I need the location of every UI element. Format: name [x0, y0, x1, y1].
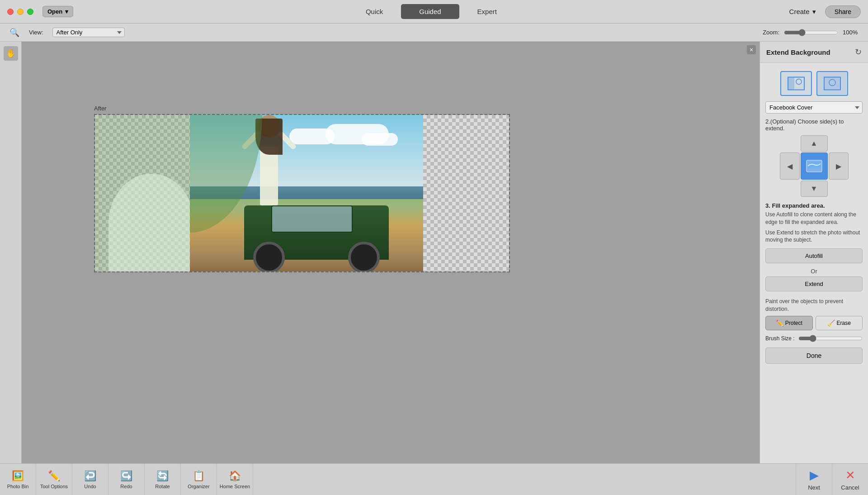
tab-quick[interactable]: Quick — [348, 4, 401, 19]
next-button[interactable]: ▶ Next — [796, 464, 832, 495]
redo-label: Redo — [120, 484, 132, 489]
right-transparent-region — [423, 115, 509, 272]
traffic-lights — [7, 9, 33, 15]
zoom-slider[interactable] — [784, 29, 838, 36]
minimize-traffic-light[interactable] — [17, 9, 24, 15]
close-icon: × — [750, 46, 753, 53]
title-bar: Open ▾ Quick Guided Expert Create ▾ Shar… — [0, 0, 868, 24]
protect-label: Protect — [785, 320, 802, 326]
done-button[interactable]: Done — [765, 347, 863, 364]
after-label: After — [94, 105, 106, 112]
preview-icons — [765, 71, 863, 96]
cancel-button[interactable]: ✕ Cancel — [832, 464, 868, 495]
tab-expert[interactable]: Expert — [459, 4, 515, 19]
cloud-3 — [362, 133, 398, 146]
open-label: Open — [47, 8, 62, 15]
rotate-icon: 🔄 — [156, 470, 169, 482]
extend-right-button[interactable]: ▶ — [829, 152, 849, 180]
zoom-label: Zoom: — [763, 29, 779, 36]
panel-content: Facebook Cover 2.(Optional) Choose side(… — [760, 63, 868, 463]
extend-down-button[interactable]: ▼ — [801, 181, 828, 197]
rotate-label: Rotate — [155, 484, 170, 489]
close-traffic-light[interactable] — [7, 9, 14, 15]
erase-icon: 🧹 — [827, 319, 835, 327]
redo-icon: ↪️ — [120, 470, 132, 482]
share-button[interactable]: Share — [825, 5, 861, 18]
home-screen-button[interactable]: 🏠 Home Screen — [217, 464, 253, 495]
next-icon: ▶ — [810, 468, 819, 482]
step3-label: 3. Fill expanded area. — [765, 202, 863, 209]
paint-desc: Paint over the objects to prevent distor… — [765, 298, 863, 313]
erase-label: Erase — [837, 320, 851, 326]
tool-options-label: Tool Options — [40, 484, 68, 489]
right-panel-header: Extend Background ↻ — [760, 42, 868, 63]
brush-size-slider[interactable] — [798, 335, 863, 342]
maximize-traffic-light[interactable] — [27, 9, 33, 15]
canvas-close-button[interactable]: × — [747, 45, 756, 54]
cancel-label: Cancel — [841, 484, 859, 491]
cancel-icon: ✕ — [845, 468, 855, 482]
rotate-button[interactable]: 🔄 Rotate — [145, 464, 181, 495]
erase-button[interactable]: 🧹 Erase — [816, 316, 863, 330]
protect-icon: ✏️ — [776, 319, 783, 327]
toolbar-row: 🔍 View: After Only Zoom: 100% — [0, 24, 868, 42]
extend-button[interactable]: Extend — [765, 276, 863, 291]
undo-label: Undo — [84, 484, 96, 489]
step3-desc2: Use Extend to stretch the photo without … — [765, 229, 863, 244]
canvas-area: × After — [22, 42, 760, 463]
brush-size-label: Brush Size : — [765, 335, 795, 342]
center-image-icon — [806, 160, 822, 172]
preview-icon-before[interactable] — [780, 71, 812, 96]
create-arrow: ▾ — [812, 8, 816, 16]
direction-grid: ▲ ◀ ▶ ▼ — [780, 135, 849, 197]
svg-point-2 — [796, 79, 802, 85]
organizer-icon: 📋 — [193, 470, 205, 482]
protect-erase-row: ✏️ Protect 🧹 Erase — [765, 316, 863, 330]
organizer-button[interactable]: 📋 Organizer — [181, 464, 217, 495]
extend-left-button[interactable]: ◀ — [780, 152, 800, 180]
refresh-icon[interactable]: ↻ — [855, 47, 862, 57]
zoom-value: 100% — [843, 29, 861, 36]
next-label: Next — [808, 484, 820, 491]
tool-options-icon: ✏️ — [48, 470, 60, 482]
photo-bin-icon: 🖼️ — [12, 470, 24, 482]
open-button[interactable]: Open ▾ — [42, 6, 73, 17]
organizer-label: Organizer — [188, 484, 209, 489]
or-text: Or — [765, 268, 863, 275]
protect-button[interactable]: ✏️ Protect — [765, 316, 813, 330]
redo-button[interactable]: ↪️ Redo — [108, 464, 145, 495]
view-select[interactable]: After Only — [52, 28, 125, 37]
image-canvas — [94, 114, 510, 272]
main-layout: ✋ × After — [0, 42, 868, 463]
undo-button[interactable]: ↩️ Undo — [72, 464, 108, 495]
extend-center-button[interactable] — [801, 152, 828, 180]
photo-bin-label: Photo Bin — [7, 484, 29, 489]
left-transparent-region — [95, 115, 190, 272]
undo-icon: ↩️ — [84, 470, 96, 482]
after-preview-svg — [823, 76, 841, 91]
autofill-button[interactable]: Autofill — [765, 248, 863, 263]
panel-title: Extend Background — [766, 48, 830, 56]
search-icon[interactable]: 🔍 — [7, 25, 22, 40]
home-screen-label: Home Screen — [220, 484, 250, 489]
step3-desc: Use Autofill to clone content along the … — [765, 211, 863, 226]
aspect-ratio-select[interactable]: Facebook Cover — [765, 101, 863, 114]
before-preview-svg — [787, 76, 805, 91]
create-button[interactable]: Create ▾ — [789, 8, 816, 16]
brush-size-row: Brush Size : — [765, 335, 863, 342]
open-dropdown-arrow: ▾ — [65, 8, 68, 15]
svg-rect-1 — [788, 77, 794, 90]
tool-options-button[interactable]: ✏️ Tool Options — [36, 464, 72, 495]
preview-icon-after[interactable] — [816, 71, 848, 96]
zoom-section: Zoom: 100% — [763, 29, 861, 36]
svg-rect-4 — [824, 77, 840, 90]
main-photo — [190, 115, 425, 272]
step2-label: 2.(Optional) Choose side(s) to extend. — [765, 118, 863, 132]
home-icon: 🏠 — [229, 470, 241, 482]
extend-up-button[interactable]: ▲ — [801, 135, 828, 152]
nav-tabs: Quick Guided Expert — [348, 4, 515, 19]
pan-tool-icon[interactable]: ✋ — [4, 46, 18, 61]
bottom-bar: 🖼️ Photo Bin ✏️ Tool Options ↩️ Undo ↪️ … — [0, 463, 868, 495]
photo-bin-button[interactable]: 🖼️ Photo Bin — [0, 464, 36, 495]
tab-guided[interactable]: Guided — [401, 4, 459, 19]
